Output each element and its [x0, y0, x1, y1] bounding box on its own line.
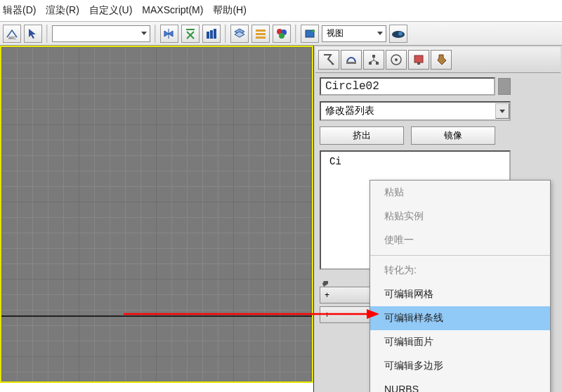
- toolbar-separator: [155, 25, 156, 43]
- array-button[interactable]: [202, 25, 221, 43]
- mirror-button[interactable]: [160, 25, 178, 43]
- svg-rect-14: [346, 62, 356, 64]
- svg-point-12: [392, 31, 405, 38]
- schematic-button[interactable]: [251, 25, 270, 43]
- svg-rect-20: [414, 55, 423, 63]
- context-menu: 粘贴 粘贴实例 使唯一 转化为: 可编辑网格 可编辑样条线 可编辑面片 可编辑多…: [370, 180, 551, 392]
- menu-convert-nurbs[interactable]: NURBS: [370, 378, 550, 392]
- toolbar-separator: [46, 25, 48, 43]
- svg-rect-1: [207, 32, 209, 39]
- toolbar-separator: [295, 25, 296, 43]
- svg-rect-21: [417, 63, 420, 65]
- chevron-down-icon: [495, 103, 509, 119]
- svg-rect-3: [214, 29, 216, 39]
- svg-rect-5: [256, 33, 266, 35]
- menu-render[interactable]: 渲染(R): [46, 4, 79, 17]
- rollout-plus: +: [325, 290, 329, 300]
- layers-button[interactable]: [230, 25, 249, 43]
- object-name-value: Circle02: [325, 80, 379, 93]
- menu-help[interactable]: 帮助(H): [213, 4, 246, 17]
- svg-rect-17: [376, 62, 379, 65]
- menu-editor[interactable]: 辑器(D): [3, 4, 36, 17]
- svg-point-9: [279, 33, 285, 39]
- rollout-plus: +: [325, 310, 329, 320]
- stack-item[interactable]: Ci: [324, 155, 507, 169]
- menu-convert-poly[interactable]: 可编辑多边形: [370, 354, 550, 378]
- view-dropdown-label: 视图: [327, 27, 344, 39]
- chevron-down-icon: [141, 32, 147, 35]
- menu-bar: 辑器(D) 渲染(R) 自定义(U) MAXScript(M) 帮助(H): [0, 0, 562, 22]
- menu-paste[interactable]: 粘贴: [370, 181, 550, 204]
- svg-rect-2: [210, 30, 213, 39]
- tab-utilities[interactable]: [431, 50, 452, 70]
- tab-modify[interactable]: [341, 50, 362, 70]
- render-button[interactable]: [389, 25, 407, 43]
- svg-rect-16: [369, 62, 372, 65]
- main-toolbar: ARC 视图: [0, 22, 562, 46]
- viewport[interactable]: [0, 46, 313, 383]
- menu-convert-label: 转化为:: [370, 259, 550, 282]
- render-setup-button[interactable]: [301, 25, 319, 43]
- modifier-list-dropdown[interactable]: 修改器列表: [320, 101, 511, 121]
- object-color-swatch[interactable]: [498, 78, 511, 95]
- menu-convert-spline[interactable]: 可编辑样条线: [370, 306, 550, 330]
- arc-rotate-button[interactable]: ARC: [3, 25, 21, 43]
- selection-filter-dropdown[interactable]: [52, 25, 150, 42]
- svg-point-19: [395, 58, 398, 61]
- object-name-field[interactable]: Circle02: [320, 77, 495, 96]
- svg-rect-6: [256, 37, 266, 39]
- mirror-button[interactable]: 镜像: [411, 126, 495, 145]
- modifier-list-label: 修改器列表: [325, 105, 374, 117]
- menu-make-unique[interactable]: 使唯一: [370, 228, 550, 252]
- select-cursor-button[interactable]: [24, 25, 42, 43]
- tab-hierarchy[interactable]: [363, 50, 384, 70]
- command-panel-tabs: [315, 47, 561, 73]
- svg-text:ARC: ARC: [8, 36, 16, 40]
- toolbar-separator: [225, 25, 226, 43]
- svg-point-11: [312, 30, 315, 32]
- material-button[interactable]: [273, 25, 291, 43]
- menu-customize[interactable]: 自定义(U): [89, 4, 132, 17]
- svg-point-13: [398, 32, 403, 36]
- tab-motion[interactable]: [386, 50, 407, 70]
- menu-convert-mesh[interactable]: 可编辑网格: [370, 282, 550, 306]
- menu-separator: [370, 255, 550, 256]
- svg-rect-4: [256, 30, 266, 32]
- extrude-button[interactable]: 挤出: [320, 126, 404, 145]
- chevron-down-icon: [377, 32, 383, 35]
- tab-create[interactable]: [318, 50, 339, 70]
- menu-paste-instance[interactable]: 粘贴实例: [370, 204, 550, 228]
- svg-rect-15: [372, 55, 375, 58]
- viewport-axis-horizontal: [1, 315, 312, 317]
- menu-maxscript[interactable]: MAXScript(M): [142, 4, 203, 17]
- menu-convert-patch[interactable]: 可编辑面片: [370, 330, 550, 354]
- align-button[interactable]: [181, 25, 200, 43]
- pin-icon: [317, 277, 329, 288]
- view-dropdown[interactable]: 视图: [322, 25, 386, 42]
- tab-display[interactable]: [408, 50, 429, 70]
